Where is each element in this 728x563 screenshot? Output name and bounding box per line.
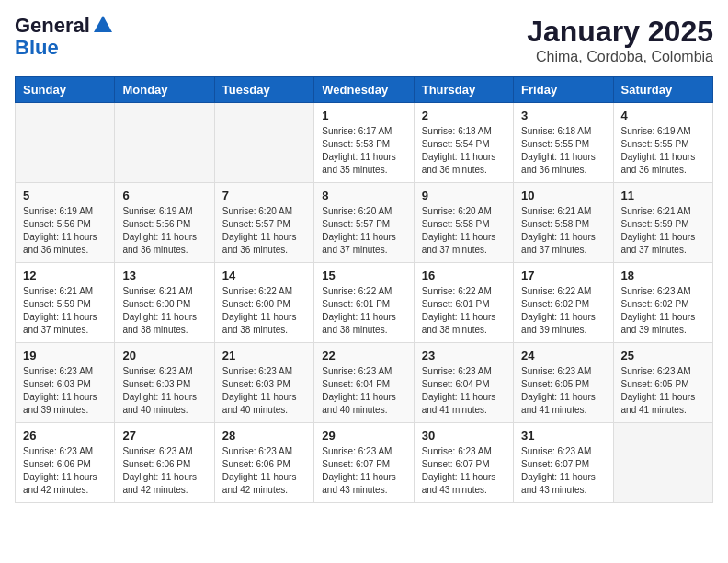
calendar-cell: 19Sunrise: 6:23 AMSunset: 6:03 PMDayligh… xyxy=(16,343,115,423)
day-number: 19 xyxy=(23,349,107,362)
day-info: Sunrise: 6:19 AMSunset: 5:56 PMDaylight:… xyxy=(23,205,107,257)
title-block: January 2025 Chima, Cordoba, Colombia xyxy=(527,15,713,65)
day-number: 27 xyxy=(122,429,206,442)
calendar-cell: 6Sunrise: 6:19 AMSunset: 5:56 PMDaylight… xyxy=(115,183,214,263)
day-number: 14 xyxy=(222,269,306,282)
day-info: Sunrise: 6:23 AMSunset: 6:06 PMDaylight:… xyxy=(23,445,107,497)
day-info: Sunrise: 6:21 AMSunset: 5:59 PMDaylight:… xyxy=(621,205,705,257)
page-title: January 2025 xyxy=(527,15,713,49)
day-number: 24 xyxy=(521,349,605,362)
calendar-cell xyxy=(613,423,712,503)
calendar-cell: 7Sunrise: 6:20 AMSunset: 5:57 PMDaylight… xyxy=(214,183,313,263)
day-number: 20 xyxy=(122,349,206,362)
day-info: Sunrise: 6:19 AMSunset: 5:55 PMDaylight:… xyxy=(621,125,705,177)
day-info: Sunrise: 6:19 AMSunset: 5:56 PMDaylight:… xyxy=(122,205,206,257)
calendar-cell: 11Sunrise: 6:21 AMSunset: 5:59 PMDayligh… xyxy=(613,183,712,263)
day-header-monday: Monday xyxy=(115,77,214,103)
calendar-cell: 31Sunrise: 6:23 AMSunset: 6:07 PMDayligh… xyxy=(514,423,613,503)
day-number: 22 xyxy=(322,349,405,362)
day-header-friday: Friday xyxy=(514,77,613,103)
calendar-cell: 30Sunrise: 6:23 AMSunset: 6:07 PMDayligh… xyxy=(414,423,513,503)
day-number: 3 xyxy=(521,109,605,122)
day-number: 1 xyxy=(322,109,405,122)
day-number: 2 xyxy=(422,109,506,122)
day-info: Sunrise: 6:23 AMSunset: 6:03 PMDaylight:… xyxy=(222,365,306,417)
calendar-cell xyxy=(16,103,115,183)
day-number: 7 xyxy=(222,189,306,202)
calendar-cell: 4Sunrise: 6:19 AMSunset: 5:55 PMDaylight… xyxy=(613,103,712,183)
day-info: Sunrise: 6:23 AMSunset: 6:07 PMDaylight:… xyxy=(422,445,506,497)
day-number: 26 xyxy=(23,429,107,442)
day-number: 8 xyxy=(322,189,405,202)
day-number: 13 xyxy=(122,269,206,282)
calendar-cell xyxy=(214,103,313,183)
day-number: 9 xyxy=(422,189,506,202)
day-number: 21 xyxy=(222,349,306,362)
calendar-cell: 17Sunrise: 6:22 AMSunset: 6:02 PMDayligh… xyxy=(514,263,613,343)
day-header-wednesday: Wednesday xyxy=(314,77,414,103)
day-info: Sunrise: 6:22 AMSunset: 6:00 PMDaylight:… xyxy=(222,285,306,337)
day-number: 5 xyxy=(23,189,107,202)
calendar-cell: 29Sunrise: 6:23 AMSunset: 6:07 PMDayligh… xyxy=(314,423,414,503)
calendar-cell: 16Sunrise: 6:22 AMSunset: 6:01 PMDayligh… xyxy=(414,263,513,343)
svg-marker-0 xyxy=(94,16,112,32)
day-number: 4 xyxy=(621,109,705,122)
calendar-cell: 20Sunrise: 6:23 AMSunset: 6:03 PMDayligh… xyxy=(115,343,214,423)
day-info: Sunrise: 6:23 AMSunset: 6:04 PMDaylight:… xyxy=(322,365,405,417)
calendar-cell: 1Sunrise: 6:17 AMSunset: 5:53 PMDaylight… xyxy=(314,103,414,183)
day-info: Sunrise: 6:23 AMSunset: 6:02 PMDaylight:… xyxy=(621,285,705,337)
day-number: 11 xyxy=(621,189,705,202)
day-header-tuesday: Tuesday xyxy=(214,77,313,103)
day-info: Sunrise: 6:23 AMSunset: 6:04 PMDaylight:… xyxy=(422,365,506,417)
day-info: Sunrise: 6:23 AMSunset: 6:03 PMDaylight:… xyxy=(23,365,107,417)
day-header-saturday: Saturday xyxy=(613,77,712,103)
calendar-cell: 10Sunrise: 6:21 AMSunset: 5:58 PMDayligh… xyxy=(514,183,613,263)
day-info: Sunrise: 6:20 AMSunset: 5:58 PMDaylight:… xyxy=(422,205,506,257)
day-info: Sunrise: 6:21 AMSunset: 5:58 PMDaylight:… xyxy=(521,205,605,257)
calendar-cell: 27Sunrise: 6:23 AMSunset: 6:06 PMDayligh… xyxy=(115,423,214,503)
day-number: 29 xyxy=(322,429,405,442)
day-info: Sunrise: 6:20 AMSunset: 5:57 PMDaylight:… xyxy=(222,205,306,257)
day-info: Sunrise: 6:21 AMSunset: 6:00 PMDaylight:… xyxy=(122,285,206,337)
day-info: Sunrise: 6:20 AMSunset: 5:57 PMDaylight:… xyxy=(322,205,405,257)
day-number: 6 xyxy=(122,189,206,202)
calendar-cell: 9Sunrise: 6:20 AMSunset: 5:58 PMDaylight… xyxy=(414,183,513,263)
day-info: Sunrise: 6:23 AMSunset: 6:06 PMDaylight:… xyxy=(222,445,306,497)
day-info: Sunrise: 6:23 AMSunset: 6:07 PMDaylight:… xyxy=(521,445,605,497)
day-header-thursday: Thursday xyxy=(414,77,513,103)
calendar-cell: 24Sunrise: 6:23 AMSunset: 6:05 PMDayligh… xyxy=(514,343,613,423)
calendar-cell: 2Sunrise: 6:18 AMSunset: 5:54 PMDaylight… xyxy=(414,103,513,183)
day-number: 25 xyxy=(621,349,705,362)
calendar-cell: 18Sunrise: 6:23 AMSunset: 6:02 PMDayligh… xyxy=(613,263,712,343)
calendar-cell: 8Sunrise: 6:20 AMSunset: 5:57 PMDaylight… xyxy=(314,183,414,263)
calendar-cell: 14Sunrise: 6:22 AMSunset: 6:00 PMDayligh… xyxy=(214,263,313,343)
calendar-cell: 12Sunrise: 6:21 AMSunset: 5:59 PMDayligh… xyxy=(16,263,115,343)
calendar-cell: 21Sunrise: 6:23 AMSunset: 6:03 PMDayligh… xyxy=(214,343,313,423)
day-info: Sunrise: 6:23 AMSunset: 6:05 PMDaylight:… xyxy=(621,365,705,417)
logo-blue: Blue xyxy=(15,36,59,59)
day-number: 30 xyxy=(422,429,506,442)
day-info: Sunrise: 6:22 AMSunset: 6:01 PMDaylight:… xyxy=(322,285,405,337)
calendar-cell: 25Sunrise: 6:23 AMSunset: 6:05 PMDayligh… xyxy=(613,343,712,423)
calendar-cell: 3Sunrise: 6:18 AMSunset: 5:55 PMDaylight… xyxy=(514,103,613,183)
day-info: Sunrise: 6:21 AMSunset: 5:59 PMDaylight:… xyxy=(23,285,107,337)
day-info: Sunrise: 6:23 AMSunset: 6:06 PMDaylight:… xyxy=(122,445,206,497)
calendar-cell: 5Sunrise: 6:19 AMSunset: 5:56 PMDaylight… xyxy=(16,183,115,263)
day-header-sunday: Sunday xyxy=(16,77,115,103)
logo-icon xyxy=(94,16,112,32)
day-info: Sunrise: 6:17 AMSunset: 5:53 PMDaylight:… xyxy=(322,125,405,177)
calendar-cell xyxy=(115,103,214,183)
logo-general: General xyxy=(15,15,90,37)
calendar-cell: 22Sunrise: 6:23 AMSunset: 6:04 PMDayligh… xyxy=(314,343,414,423)
day-number: 12 xyxy=(23,269,107,282)
day-number: 15 xyxy=(322,269,405,282)
calendar-cell: 13Sunrise: 6:21 AMSunset: 6:00 PMDayligh… xyxy=(115,263,214,343)
day-number: 31 xyxy=(521,429,605,442)
day-number: 18 xyxy=(621,269,705,282)
day-number: 23 xyxy=(422,349,506,362)
day-info: Sunrise: 6:23 AMSunset: 6:05 PMDaylight:… xyxy=(521,365,605,417)
day-info: Sunrise: 6:22 AMSunset: 6:01 PMDaylight:… xyxy=(422,285,506,337)
page-header: General Blue January 2025 Chima, Cordoba… xyxy=(15,15,713,65)
calendar-table: SundayMondayTuesdayWednesdayThursdayFrid… xyxy=(15,76,713,503)
day-info: Sunrise: 6:23 AMSunset: 6:03 PMDaylight:… xyxy=(122,365,206,417)
